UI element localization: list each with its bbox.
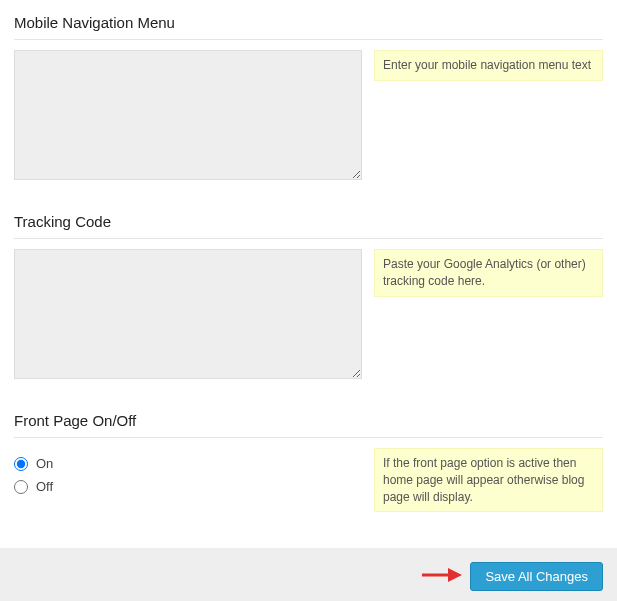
field-left: On Off <box>14 448 362 498</box>
hint-mobile-nav: Enter your mobile navigation menu text <box>374 50 603 81</box>
section-mobile-nav: Mobile Navigation Menu Enter your mobile… <box>0 0 617 199</box>
frontpage-radio-group: On Off <box>14 448 362 498</box>
field-left <box>14 50 362 183</box>
field-right: Paste your Google Analytics (or other) t… <box>374 249 603 297</box>
arrow-icon <box>420 566 462 587</box>
hint-frontpage: If the front page option is active then … <box>374 448 603 512</box>
field-right: Enter your mobile navigation menu text <box>374 50 603 81</box>
section-title-tracking: Tracking Code <box>14 207 603 239</box>
radio-off[interactable] <box>14 480 28 494</box>
radio-on[interactable] <box>14 457 28 471</box>
section-title-mobile-nav: Mobile Navigation Menu <box>14 8 603 40</box>
radio-item-on[interactable]: On <box>14 452 362 475</box>
field-right: If the front page option is active then … <box>374 448 603 512</box>
section-frontpage: Front Page On/Off On Off If the front pa… <box>0 398 617 528</box>
footer: Save All Changes <box>0 548 617 601</box>
radio-on-label: On <box>36 456 53 471</box>
section-tracking: Tracking Code Paste your Google Analytic… <box>0 199 617 398</box>
hint-tracking: Paste your Google Analytics (or other) t… <box>374 249 603 297</box>
svg-marker-1 <box>448 568 462 582</box>
field-left <box>14 249 362 382</box>
field-row: On Off If the front page option is activ… <box>14 448 603 512</box>
mobile-nav-textarea[interactable] <box>14 50 362 180</box>
radio-off-label: Off <box>36 479 53 494</box>
field-row: Enter your mobile navigation menu text <box>14 50 603 183</box>
save-button[interactable]: Save All Changes <box>470 562 603 591</box>
section-title-frontpage: Front Page On/Off <box>14 406 603 438</box>
radio-item-off[interactable]: Off <box>14 475 362 498</box>
tracking-code-textarea[interactable] <box>14 249 362 379</box>
field-row: Paste your Google Analytics (or other) t… <box>14 249 603 382</box>
